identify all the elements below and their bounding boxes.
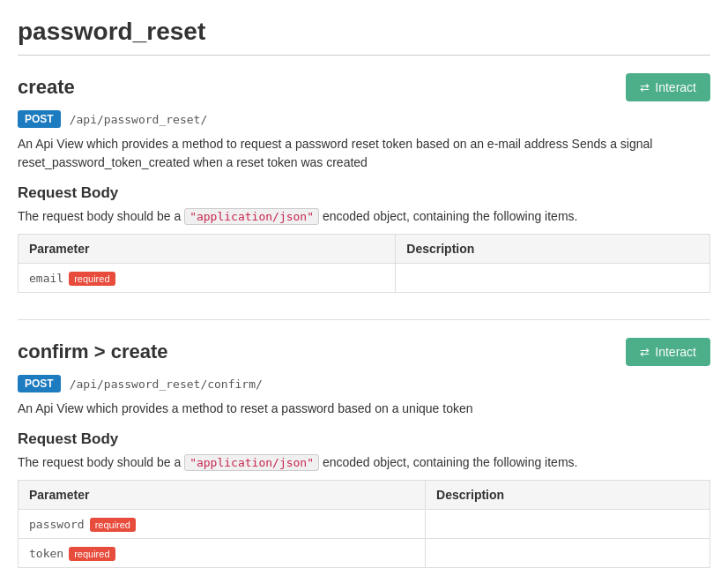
parameters-table: ParameterDescriptionpasswordrequiredtoke… [18, 480, 710, 568]
interact-icon: ⇄ [640, 81, 650, 94]
interact-label: Interact [655, 345, 696, 359]
page-title: password_reset [18, 18, 710, 56]
endpoint-row-confirm-create: POST/api/password_reset/confirm/ [18, 375, 710, 392]
parameters-table: ParameterDescriptionemailrequired [18, 234, 710, 293]
description-cell [426, 510, 710, 539]
request-body-title: Request Body [18, 184, 710, 202]
content-type-code: "application/json" [184, 208, 319, 225]
description-cell [426, 539, 710, 568]
table-header: Parameter [19, 235, 396, 264]
table-header: Parameter [19, 481, 426, 510]
table-header: Description [396, 235, 710, 264]
section-header-create: create⇄Interact [18, 73, 710, 101]
section-create: create⇄InteractPOST/api/password_reset/A… [18, 73, 710, 293]
endpoint-path: /api/password_reset/confirm/ [70, 377, 263, 391]
interact-label: Interact [655, 80, 696, 94]
endpoint-description: An Api View which provides a method to r… [18, 135, 710, 172]
request-body-title: Request Body [18, 430, 710, 448]
section-divider [18, 319, 710, 320]
required-badge: required [69, 547, 115, 561]
section-title-confirm-create: confirm > create [18, 340, 168, 363]
sections-container: create⇄InteractPOST/api/password_reset/A… [18, 73, 710, 568]
param-cell: passwordrequired [19, 510, 426, 539]
endpoint-row-create: POST/api/password_reset/ [18, 110, 710, 128]
section-title-create: create [18, 76, 75, 99]
content-type-code: "application/json" [184, 454, 319, 471]
endpoint-path: /api/password_reset/ [70, 113, 208, 126]
table-row: tokenrequired [19, 539, 710, 568]
param-cell: tokenrequired [19, 539, 426, 568]
section-header-confirm-create: confirm > create⇄Interact [18, 338, 710, 366]
param-name: token [29, 547, 63, 560]
param-name: email [29, 272, 63, 285]
table-row: passwordrequired [19, 510, 710, 539]
section-confirm-create: confirm > create⇄InteractPOST/api/passwo… [18, 338, 710, 568]
interact-button-confirm-create[interactable]: ⇄Interact [626, 338, 710, 366]
interact-button-create[interactable]: ⇄Interact [626, 73, 710, 101]
table-header: Description [426, 481, 710, 510]
endpoint-description: An Api View which provides a method to r… [18, 400, 710, 418]
body-description: The request body should be a "applicatio… [18, 209, 710, 223]
method-badge: POST [18, 110, 61, 128]
param-cell: emailrequired [19, 264, 396, 293]
param-name: password [29, 518, 85, 531]
required-badge: required [69, 272, 115, 286]
required-badge: required [90, 518, 136, 532]
table-row: emailrequired [19, 264, 710, 293]
description-cell [396, 264, 710, 293]
body-description: The request body should be a "applicatio… [18, 455, 710, 469]
interact-icon: ⇄ [640, 346, 650, 359]
method-badge: POST [18, 375, 61, 392]
